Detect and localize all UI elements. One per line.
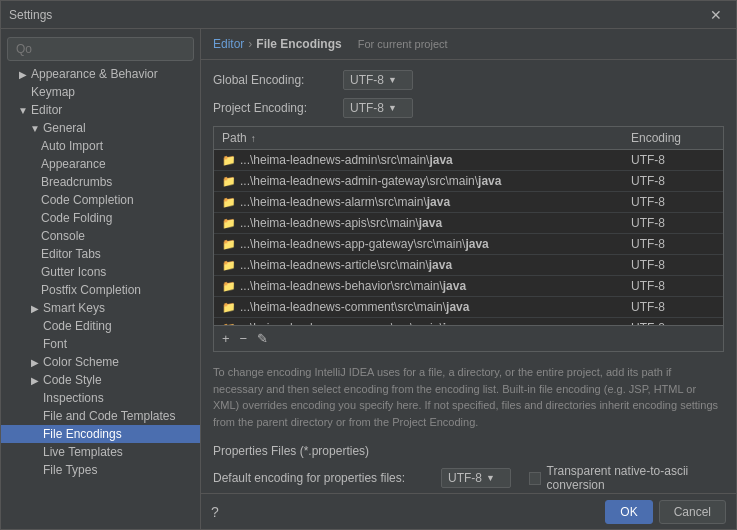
table-body: 📁 ...\heima-leadnews-admin\src\main\java… [214, 150, 723, 325]
properties-section-label: Properties Files (*.properties) [213, 444, 724, 458]
sidebar-item-keymap[interactable]: ▶ Keymap [1, 83, 200, 101]
sidebar-item-smart-keys[interactable]: ▶ Smart Keys [1, 299, 200, 317]
sidebar-item-label: Editor [31, 103, 62, 117]
dropdown-arrow-icon: ▼ [388, 75, 397, 85]
sidebar-item-appearance-behavior[interactable]: ▶ Appearance & Behavior [1, 65, 200, 83]
table-toolbar: + − ✎ [214, 325, 723, 351]
path-cell: 📁 ...\heima-leadnews-apis\src\main\java [214, 213, 623, 233]
sidebar-item-editor-tabs[interactable]: Editor Tabs [1, 245, 200, 263]
sidebar-item-postfix-completion[interactable]: Postfix Completion [1, 281, 200, 299]
path-text: ...\heima-leadnews-behavior\src\main\jav… [240, 279, 466, 293]
encoding-header-label: Encoding [631, 131, 681, 145]
table-row[interactable]: 📁 ...\heima-leadnews-common\src\main\jav… [214, 318, 723, 325]
sidebar-item-file-code-templates[interactable]: ▶ File and Code Templates [1, 407, 200, 425]
breadcrumb-parent[interactable]: Editor [213, 37, 244, 51]
path-text: ...\heima-leadnews-comment\src\main\java [240, 300, 469, 314]
expand-icon: ▶ [29, 356, 41, 368]
sidebar-item-label: Code Editing [43, 319, 112, 333]
table-row[interactable]: 📁 ...\heima-leadnews-behavior\src\main\j… [214, 276, 723, 297]
folder-icon: 📁 [222, 322, 236, 326]
sidebar-item-label: Console [41, 229, 85, 243]
path-header-label: Path [222, 131, 247, 145]
table-row[interactable]: 📁 ...\heima-leadnews-app-gateway\src\mai… [214, 234, 723, 255]
dropdown-arrow-icon: ▼ [388, 103, 397, 113]
path-column-header[interactable]: Path ↑ [214, 127, 623, 149]
dropdown-arrow-icon: ▼ [486, 473, 495, 483]
sidebar-item-file-encodings[interactable]: ▶ File Encodings [1, 425, 200, 443]
global-encoding-dropdown[interactable]: UTF-8 ▼ [343, 70, 413, 90]
cancel-button[interactable]: Cancel [659, 500, 726, 524]
sidebar-item-label: Appearance [41, 157, 106, 171]
sidebar-item-breadcrumbs[interactable]: Breadcrumbs [1, 173, 200, 191]
project-encoding-dropdown[interactable]: UTF-8 ▼ [343, 98, 413, 118]
path-text: ...\heima-leadnews-admin-gateway\src\mai… [240, 174, 501, 188]
sidebar-item-console[interactable]: Console [1, 227, 200, 245]
sidebar-item-label: File Types [43, 463, 97, 477]
path-text: ...\heima-leadnews-common\src\main\java [240, 321, 466, 325]
table-row[interactable]: 📁 ...\heima-leadnews-comment\src\main\ja… [214, 297, 723, 318]
sidebar-item-live-templates[interactable]: ▶ Live Templates [1, 443, 200, 461]
close-button[interactable]: ✕ [704, 5, 728, 25]
transparent-checkbox[interactable] [529, 472, 541, 485]
sidebar-item-label: Code Style [43, 373, 102, 387]
sidebar-item-label: Auto Import [41, 139, 103, 153]
default-encoding-dropdown[interactable]: UTF-8 ▼ [441, 468, 511, 488]
info-text: To change encoding IntelliJ IDEA uses fo… [213, 366, 718, 428]
default-encoding-row: Default encoding for properties files: U… [213, 464, 724, 492]
encoding-cell: UTF-8 [623, 255, 723, 275]
help-icon[interactable]: ? [211, 504, 219, 520]
encoding-cell: UTF-8 [623, 171, 723, 191]
global-encoding-label: Global Encoding: [213, 73, 343, 87]
sidebar-item-appearance[interactable]: Appearance [1, 155, 200, 173]
path-text: ...\heima-leadnews-alarm\src\main\java [240, 195, 450, 209]
sidebar-item-color-scheme[interactable]: ▶ Color Scheme [1, 353, 200, 371]
breadcrumb: Editor › File Encodings For current proj… [201, 29, 736, 60]
sidebar-item-editor[interactable]: ▼ Editor [1, 101, 200, 119]
path-cell: 📁 ...\heima-leadnews-article\src\main\ja… [214, 255, 623, 275]
for-project-link[interactable]: For current project [358, 38, 448, 50]
encoding-cell: UTF-8 [623, 192, 723, 212]
sidebar-item-auto-import[interactable]: Auto Import [1, 137, 200, 155]
sidebar-item-code-style[interactable]: ▶ Code Style [1, 371, 200, 389]
table-row[interactable]: 📁 ...\heima-leadnews-apis\src\main\java … [214, 213, 723, 234]
sidebar-item-label: Editor Tabs [41, 247, 101, 261]
sidebar-item-code-folding[interactable]: Code Folding [1, 209, 200, 227]
folder-icon: 📁 [222, 154, 236, 167]
ok-button[interactable]: OK [605, 500, 652, 524]
folder-icon: 📁 [222, 259, 236, 272]
sidebar-item-label: Postfix Completion [41, 283, 141, 297]
breadcrumb-current: File Encodings [256, 37, 341, 51]
folder-icon: 📁 [222, 217, 236, 230]
settings-main-content: Global Encoding: UTF-8 ▼ Project Encodin… [201, 60, 736, 493]
path-cell: 📁 ...\heima-leadnews-common\src\main\jav… [214, 318, 623, 325]
sidebar-item-label: Inspections [43, 391, 104, 405]
remove-row-button[interactable]: − [236, 329, 252, 348]
global-encoding-value: UTF-8 [350, 73, 384, 87]
table-row[interactable]: 📁 ...\heima-leadnews-admin\src\main\java… [214, 150, 723, 171]
global-encoding-row: Global Encoding: UTF-8 ▼ [213, 70, 724, 90]
transparent-label: Transparent native-to-ascii conversion [547, 464, 724, 492]
sidebar-item-file-types[interactable]: ▶ File Types [1, 461, 200, 479]
encoding-cell: UTF-8 [623, 276, 723, 296]
table-row[interactable]: 📁 ...\heima-leadnews-alarm\src\main\java… [214, 192, 723, 213]
sidebar-item-code-editing[interactable]: ▶ Code Editing [1, 317, 200, 335]
path-cell: 📁 ...\heima-leadnews-admin-gateway\src\m… [214, 171, 623, 191]
sidebar-item-code-completion[interactable]: Code Completion [1, 191, 200, 209]
edit-row-button[interactable]: ✎ [253, 329, 272, 348]
default-encoding-value: UTF-8 [448, 471, 482, 485]
table-header: Path ↑ Encoding [214, 127, 723, 150]
folder-icon: 📁 [222, 238, 236, 251]
sidebar-item-gutter-icons[interactable]: Gutter Icons [1, 263, 200, 281]
sidebar-item-general[interactable]: ▼ General [1, 119, 200, 137]
table-row[interactable]: 📁 ...\heima-leadnews-admin-gateway\src\m… [214, 171, 723, 192]
encodings-table: Path ↑ Encoding 📁 ...\heima-leadnews-adm… [213, 126, 724, 352]
sidebar-item-inspections[interactable]: ▶ Inspections [1, 389, 200, 407]
sidebar-item-label: Font [43, 337, 67, 351]
add-row-button[interactable]: + [218, 329, 234, 348]
main-panel: Editor › File Encodings For current proj… [201, 29, 736, 529]
sidebar-item-font[interactable]: ▶ Font [1, 335, 200, 353]
search-input[interactable] [7, 37, 194, 61]
breadcrumb-separator: › [248, 37, 252, 51]
main-content-area: ▶ Appearance & Behavior ▶ Keymap ▼ Edito… [1, 29, 736, 529]
table-row[interactable]: 📁 ...\heima-leadnews-article\src\main\ja… [214, 255, 723, 276]
